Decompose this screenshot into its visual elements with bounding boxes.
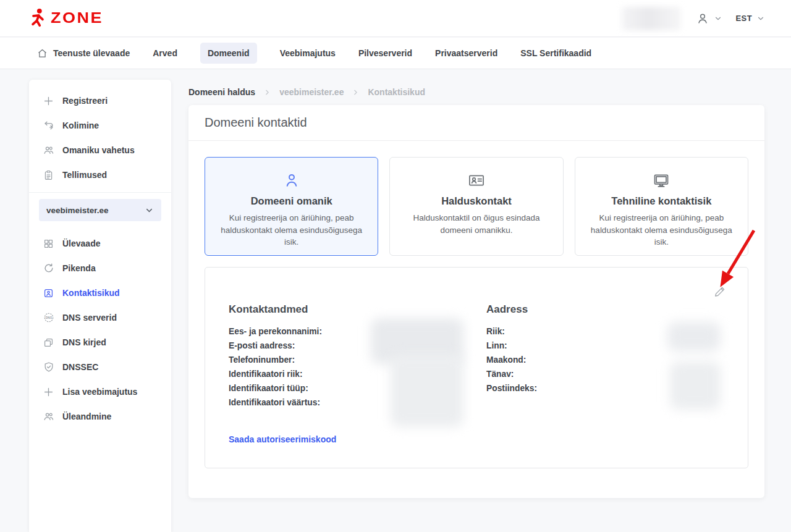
sidebar-item-kolimine[interactable]: Kolimine xyxy=(29,113,171,138)
chevron-right-icon xyxy=(352,88,360,96)
sidebar-item-dns-serverid[interactable]: DNS DNS serverid xyxy=(29,305,171,330)
monitor-icon xyxy=(585,171,738,190)
chevron-down-icon xyxy=(756,14,765,23)
nav-item-veebimajutus[interactable]: Veebimajutus xyxy=(280,48,336,58)
sidebar-item-dns-kirjed[interactable]: DNS kirjed xyxy=(29,330,171,355)
chevron-down-icon xyxy=(714,14,722,23)
transfer-icon xyxy=(43,120,54,132)
zone-logo[interactable]: ZONE xyxy=(29,8,103,29)
header-right: EST xyxy=(622,7,791,30)
id-card-icon xyxy=(400,171,552,190)
redacted-address-values xyxy=(667,322,721,352)
sidebar-item-ulevaade[interactable]: Ülevaade xyxy=(29,231,171,256)
sidebar-label: Pikenda xyxy=(62,263,96,273)
nav-item-domeenid[interactable]: Domeenid xyxy=(200,43,257,64)
sidebar-item-omaniku-vahetus[interactable]: Omaniku vahetus xyxy=(29,138,171,163)
records-icon xyxy=(43,337,54,348)
language-selector[interactable]: EST xyxy=(736,14,765,23)
sidebar-divider xyxy=(29,192,171,193)
contact-details-card: Kontaktandmed Ees- ja perekonnanimi: E-p… xyxy=(205,267,748,468)
nav-item-teenuste-ulevaade[interactable]: Teenuste ülevaade xyxy=(37,48,130,59)
sidebar-label: Kolimine xyxy=(62,120,99,130)
people-icon xyxy=(43,411,54,423)
svg-text:DNS: DNS xyxy=(45,316,52,319)
sidebar-item-lisa-veebimajutus[interactable]: Lisa veebimajutus xyxy=(29,379,171,404)
nav-label: Pilveserverid xyxy=(358,48,412,58)
grid-icon xyxy=(43,238,54,250)
card-description: Kui registreerija on äriühing, peab hald… xyxy=(585,212,738,248)
card-tehniline-kontaktisik[interactable]: Tehniline kontaktisik Kui registreerija … xyxy=(575,157,748,256)
contact-type-cards: Domeeni omanik Kui registreerija on äriü… xyxy=(188,141,764,256)
card-description: Halduskontaktil on õigus esindada domeen… xyxy=(400,212,552,236)
people-icon xyxy=(43,145,54,156)
card-title: Tehniline kontaktisik xyxy=(585,195,738,207)
dns-globe-icon: DNS xyxy=(43,312,54,324)
breadcrumb-kontaktisikud: Kontaktisikud xyxy=(368,87,425,97)
sidebar-label: Lisa veebimajutus xyxy=(62,387,137,397)
sidebar-label: Üleandmine xyxy=(62,412,111,421)
zone-runner-icon xyxy=(29,8,46,29)
card-halduskontakt[interactable]: Halduskontakt Halduskontaktil on õigus e… xyxy=(389,157,563,256)
plus-icon xyxy=(43,95,54,107)
language-label: EST xyxy=(736,14,752,23)
send-authorization-code-link[interactable]: Saada autoriseerimiskood xyxy=(229,434,336,444)
breadcrumb-domain[interactable]: veebimeister.ee xyxy=(279,87,344,97)
sidebar-label: Kontaktisikud xyxy=(62,288,120,298)
sidebar-label: DNS kirjed xyxy=(62,337,106,347)
sidebar-item-pikenda[interactable]: Pikenda xyxy=(29,256,171,281)
sidebar-label: Tellimused xyxy=(62,170,107,180)
nav-item-arved[interactable]: Arved xyxy=(153,48,177,58)
sidebar-item-registreeri[interactable]: Registreeri xyxy=(29,88,171,113)
sidebar: Registreeri Kolimine Omaniku vahetus Tel… xyxy=(29,80,171,532)
card-title: Domeeni omanik xyxy=(215,195,368,207)
breadcrumb-domeeni-haldus[interactable]: Domeeni haldus xyxy=(188,87,255,97)
edit-pencil-icon[interactable] xyxy=(714,286,725,297)
page: ZONE EST xyxy=(0,0,791,532)
card-description: Kui registreerija on äriühing, peab hald… xyxy=(215,212,368,248)
clipboard-icon xyxy=(43,169,54,181)
nav-item-pilveserverid[interactable]: Pilveserverid xyxy=(358,48,412,58)
nav-label: Privaatserverid xyxy=(435,48,497,58)
nav-label: Veebimajutus xyxy=(280,48,336,58)
contact-card-icon xyxy=(43,287,54,299)
nav-item-privaatserverid[interactable]: Privaatserverid xyxy=(435,48,497,58)
nav-label: Arved xyxy=(153,48,177,58)
card-domeeni-omanik[interactable]: Domeeni omanik Kui registreerija on äriü… xyxy=(205,157,378,256)
nav-label: SSL Sertifikaadid xyxy=(520,48,591,58)
redacted-account-name xyxy=(622,7,681,30)
page-title: Domeeni kontaktid xyxy=(205,116,307,130)
shield-check-icon xyxy=(43,361,54,373)
selected-domain: veebimeister.ee xyxy=(46,206,109,215)
primary-nav: Teenuste ülevaade Arved Domeenid Veebima… xyxy=(0,38,791,69)
sidebar-item-kontaktisikud[interactable]: Kontaktisikud xyxy=(29,281,171,305)
section-title: Kontaktandmed xyxy=(229,303,476,316)
domain-selector-dropdown[interactable]: veebimeister.ee xyxy=(39,199,161,221)
sidebar-label: Omaniku vahetus xyxy=(62,145,135,155)
sidebar-label: Ülevaade xyxy=(62,239,100,248)
sidebar-label: DNS serverid xyxy=(62,313,117,323)
user-menu[interactable] xyxy=(696,12,722,25)
section-title: Aadress xyxy=(486,303,734,316)
breadcrumb: Domeeni haldus veebimeister.ee Kontaktis… xyxy=(188,87,425,97)
plus-icon xyxy=(43,386,54,398)
panel-header: Domeeni kontaktid xyxy=(188,105,764,141)
chevron-right-icon xyxy=(263,88,271,96)
nav-label: Domeenid xyxy=(208,48,250,58)
sidebar-item-dnssec[interactable]: DNSSEC xyxy=(29,355,171,379)
sidebar-item-uleandmine[interactable]: Üleandmine xyxy=(29,404,171,429)
domain-contacts-panel: Domeeni kontaktid Domeeni omanik Kui reg… xyxy=(188,105,764,498)
nav-label: Teenuste ülevaade xyxy=(53,48,130,58)
sidebar-label: DNSSEC xyxy=(62,362,98,372)
top-header: ZONE EST xyxy=(0,0,791,37)
renew-icon xyxy=(43,263,54,274)
domain-menu: Ülevaade Pikenda Kontaktisikud DNS DNS s… xyxy=(29,231,171,429)
nav-item-ssl-sertifikaadid[interactable]: SSL Sertifikaadid xyxy=(520,48,591,58)
sidebar-item-tellimused[interactable]: Tellimused xyxy=(29,163,171,187)
redacted-address-values xyxy=(670,361,721,410)
user-icon xyxy=(696,12,709,25)
person-icon xyxy=(215,171,368,190)
card-title: Halduskontakt xyxy=(400,195,552,207)
home-icon xyxy=(37,48,48,59)
logo-text: ZONE xyxy=(51,11,103,26)
sidebar-label: Registreeri xyxy=(62,96,108,106)
